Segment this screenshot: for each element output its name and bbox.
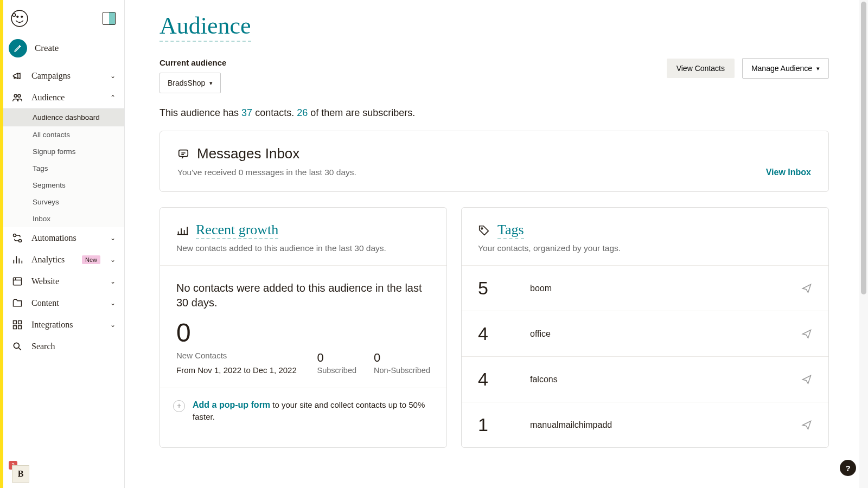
collapse-sidebar-button[interactable]	[103, 12, 116, 25]
chevron-down-icon: ⌄	[110, 321, 116, 329]
svg-point-4	[14, 94, 17, 97]
nav-website[interactable]: Website ⌄	[3, 271, 124, 292]
subscribed-value: 0	[317, 351, 356, 365]
chat-icon	[177, 148, 189, 160]
tags-title[interactable]: Tags	[497, 222, 524, 239]
growth-subtitle: New contacts added to this audience in t…	[176, 243, 430, 253]
pencil-icon	[9, 39, 27, 57]
growth-empty-message: No contacts were added to this audience …	[176, 281, 430, 310]
create-button[interactable]: Create	[3, 34, 124, 65]
chevron-down-icon: ⌄	[110, 256, 116, 264]
subnav-all-contacts[interactable]: All contacts	[3, 126, 124, 143]
date-range: From Nov 1, 2022 to Dec 1, 2022	[176, 365, 317, 375]
logo[interactable]	[9, 8, 30, 29]
search-icon	[11, 341, 24, 352]
view-inbox-link[interactable]: View Inbox	[766, 168, 811, 177]
recent-growth-panel: Recent growth New contacts added to this…	[159, 207, 447, 448]
svg-point-5	[18, 94, 21, 97]
sidebar: Create Campaigns ⌄ Audience ⌃ Audience d…	[3, 0, 125, 488]
tags-subtitle: Your contacts, organized by your tags.	[478, 243, 812, 253]
plus-icon: +	[173, 400, 185, 412]
chevron-down-icon: ▾	[816, 65, 820, 72]
subnav-surveys[interactable]: Surveys	[3, 194, 124, 210]
subscribed-label: Subscribed	[317, 366, 356, 375]
nav-content[interactable]: Content ⌄	[3, 292, 124, 314]
add-popup-form-link[interactable]: Add a pop-up form	[193, 400, 270, 409]
new-contacts-label: New Contacts	[176, 351, 317, 360]
nav-audience[interactable]: Audience ⌃	[3, 87, 124, 108]
send-icon[interactable]	[801, 329, 812, 339]
new-contacts-value: 0	[176, 318, 430, 348]
nav-campaigns[interactable]: Campaigns ⌄	[3, 65, 124, 87]
nav-search[interactable]: Search	[3, 336, 124, 357]
chevron-up-icon: ⌃	[110, 94, 116, 101]
subnav-signup-forms[interactable]: Signup forms	[3, 143, 124, 160]
nonsubscribed-value: 0	[374, 351, 430, 365]
chevron-down-icon: ⌄	[110, 278, 116, 285]
tag-row[interactable]: 1 manualmailchimpadd	[462, 402, 828, 447]
chevron-down-icon: ⌄	[110, 72, 116, 80]
subscriber-count[interactable]: 26	[297, 107, 308, 118]
bar-chart-icon	[176, 224, 188, 236]
tag-icon	[478, 224, 490, 236]
current-audience-label: Current audience	[159, 58, 226, 67]
subnav-inbox[interactable]: Inbox	[3, 210, 124, 227]
scrollbar[interactable]	[859, 0, 868, 488]
tag-row[interactable]: 4 office	[462, 311, 828, 356]
mailchimp-logo-icon	[10, 9, 29, 28]
chevron-down-icon: ⌄	[110, 299, 116, 307]
megaphone-icon	[11, 70, 24, 81]
people-icon	[11, 92, 24, 103]
svg-rect-12	[18, 326, 22, 329]
create-label: Create	[35, 43, 59, 54]
tag-row[interactable]: 5 boom	[462, 265, 828, 311]
nav-integrations[interactable]: Integrations ⌄	[3, 314, 124, 336]
audience-subnav: Audience dashboard All contacts Signup f…	[3, 108, 124, 227]
chevron-down-icon: ▾	[209, 80, 213, 87]
svg-rect-8	[14, 278, 22, 285]
growth-cta-text: Add a pop-up form to your site and colle…	[193, 399, 430, 422]
svg-rect-9	[14, 321, 17, 324]
svg-point-1	[16, 16, 18, 18]
svg-point-2	[21, 16, 23, 18]
send-icon[interactable]	[801, 283, 812, 294]
automation-icon	[11, 233, 24, 243]
send-icon[interactable]	[801, 374, 812, 385]
chevron-down-icon: ⌄	[110, 234, 116, 242]
folder-icon	[11, 298, 24, 309]
send-icon[interactable]	[801, 420, 812, 431]
inbox-title: Messages Inbox	[197, 145, 299, 162]
svg-point-7	[19, 240, 22, 242]
subnav-tags[interactable]: Tags	[3, 160, 124, 177]
page-title: Audience	[159, 12, 251, 42]
tag-list: 5 boom 4 office 4 falcons	[462, 265, 828, 447]
nonsubscribed-label: Non-Subscribed	[374, 366, 430, 375]
svg-rect-10	[18, 321, 22, 324]
svg-point-0	[11, 10, 28, 27]
audience-summary: This audience has 37 contacts. 26 of the…	[159, 107, 829, 119]
contact-count[interactable]: 37	[241, 107, 252, 118]
new-badge: New	[82, 255, 100, 264]
recent-growth-title[interactable]: Recent growth	[196, 222, 278, 239]
audience-selector[interactable]: BradsShop ▾	[159, 73, 221, 93]
svg-point-3	[12, 14, 15, 16]
bar-chart-icon	[11, 254, 24, 265]
main-content: Audience Current audience BradsShop ▾ Vi…	[125, 0, 868, 488]
svg-rect-11	[14, 326, 17, 329]
nav-list: Campaigns ⌄ Audience ⌃	[3, 65, 124, 108]
website-icon	[11, 276, 24, 287]
tag-row[interactable]: 4 falcons	[462, 356, 828, 402]
account-avatar[interactable]: 2 B	[9, 461, 30, 483]
svg-point-13	[14, 343, 19, 348]
svg-point-15	[481, 228, 483, 229]
grid-icon	[11, 319, 24, 330]
subnav-audience-dashboard[interactable]: Audience dashboard	[3, 108, 124, 126]
help-button[interactable]: ?	[840, 460, 856, 476]
view-contacts-button[interactable]: View Contacts	[667, 59, 735, 78]
manage-audience-button[interactable]: Manage Audience ▾	[742, 58, 829, 79]
tags-panel: Tags Your contacts, organized by your ta…	[461, 207, 829, 448]
nav-automations[interactable]: Automations ⌄	[3, 227, 124, 249]
subnav-segments[interactable]: Segments	[3, 177, 124, 194]
nav-analytics[interactable]: Analytics New ⌄	[3, 249, 124, 271]
avatar-letter: B	[12, 465, 29, 483]
